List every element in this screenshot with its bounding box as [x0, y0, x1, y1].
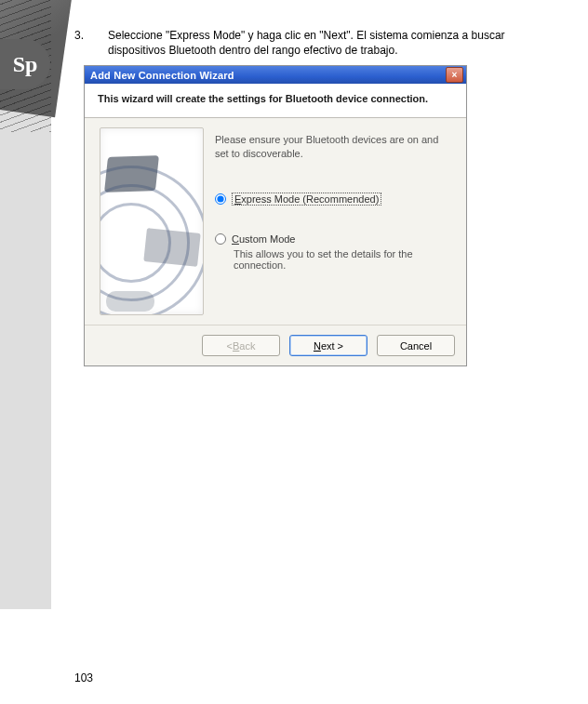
wizard-body: Please ensure your Bluetooth devices are… [85, 118, 466, 325]
cancel-button[interactable]: Cancel [377, 335, 455, 356]
wizard-heading: This wizard will create the settings for… [98, 93, 453, 104]
language-badge-text: Sp [13, 52, 38, 77]
custom-mode-option[interactable]: Custom Mode [215, 233, 451, 245]
express-mode-label: Express Mode (Recommended) [232, 193, 381, 206]
titlebar: Add New Connection Wizard × [85, 66, 466, 84]
custom-mode-detail: This allows you to set the details for t… [234, 248, 451, 271]
close-button[interactable]: × [446, 67, 463, 83]
wizard-header: This wizard will create the settings for… [85, 84, 466, 118]
manual-page: Sp 3. Seleccione "Express Mode" y haga c… [0, 0, 588, 704]
language-badge: Sp [0, 39, 50, 89]
express-mode-option[interactable]: Express Mode (Recommended) [215, 193, 451, 206]
next-button[interactable]: Next > [289, 335, 368, 356]
express-mode-radio[interactable] [215, 193, 226, 205]
content-area: 3. Seleccione "Express Mode" y haga clic… [74, 28, 558, 366]
custom-mode-radio[interactable] [215, 233, 226, 245]
step-number: 3. [74, 28, 84, 58]
wizard-hint: Please ensure your Bluetooth devices are… [215, 133, 451, 161]
left-margin-strip: Sp [0, 0, 51, 609]
wizard-window: Add New Connection Wizard × This wizard … [84, 65, 467, 366]
window-title: Add New Connection Wizard [87, 70, 446, 81]
wizard-footer: < Back Next > Cancel [85, 325, 466, 365]
wizard-options: Please ensure your Bluetooth devices are… [215, 127, 451, 319]
step-item: 3. Seleccione "Express Mode" y haga clic… [74, 28, 558, 58]
custom-mode-label: Custom Mode [232, 233, 295, 245]
page-number: 103 [74, 671, 93, 684]
step-text: Seleccione "Express Mode" y haga clic en… [108, 28, 558, 58]
wizard-illustration [100, 127, 204, 315]
close-icon: × [452, 70, 458, 80]
back-button: < Back [202, 335, 280, 356]
